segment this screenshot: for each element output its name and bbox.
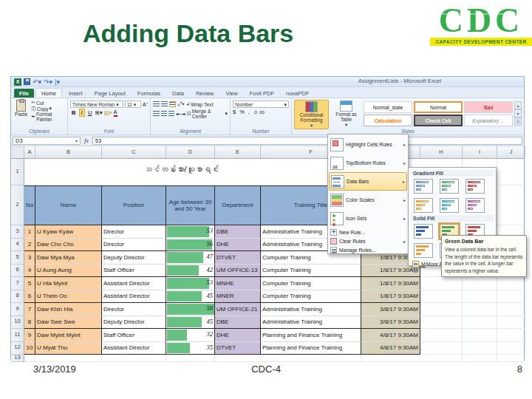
align-bottom-icon[interactable] <box>169 101 176 107</box>
cell-empty[interactable] <box>497 290 525 304</box>
cell-empty[interactable] <box>420 303 463 316</box>
cell-name[interactable]: U Aung Aung <box>35 265 102 278</box>
header-name[interactable]: Name <box>35 185 102 225</box>
gallery-down-icon[interactable]: ▾ <box>514 109 522 117</box>
row-number[interactable]: 11 <box>11 329 24 342</box>
cell-no[interactable]: 4 <box>24 265 35 278</box>
cell-empty[interactable] <box>497 316 525 330</box>
tab-review[interactable]: Review <box>191 89 219 98</box>
bold-button[interactable]: B <box>70 109 78 116</box>
cell-style-checkcell[interactable]: Check Cell <box>414 115 463 126</box>
cell-style-bad[interactable]: Bad <box>464 101 513 113</box>
cell-empty[interactable] <box>497 185 525 225</box>
cell-age[interactable]: 45 <box>166 316 215 330</box>
menu-item-color-scales[interactable]: Color Scales▸ <box>329 191 407 209</box>
cell-age[interactable]: 58 <box>166 303 215 316</box>
indent-icons[interactable]: ⇤⇥ <box>176 111 185 117</box>
number-format-select[interactable]: Number ▾ <box>233 100 289 108</box>
cut-button[interactable]: ✂ Cut <box>31 100 65 106</box>
cell-department[interactable]: DTVET <box>215 342 261 355</box>
cell-empty[interactable] <box>420 329 463 342</box>
cell-department[interactable]: DHE <box>215 239 261 252</box>
row-number[interactable]: 12 <box>11 342 24 355</box>
cell-position[interactable]: Deputy Director <box>102 251 166 265</box>
cell-position[interactable]: Staff Officer <box>102 329 166 342</box>
gallery-more-icon[interactable]: ☰ <box>514 117 522 126</box>
tab-formulas[interactable]: Formulas <box>132 89 166 98</box>
cell-department[interactable]: UM OFFICE-13 <box>215 265 261 278</box>
cell-date[interactable]: 1/8/17 9:30AM <box>361 277 420 290</box>
gradient-data-bar-option[interactable] <box>440 198 459 213</box>
formula-input[interactable]: 53 <box>92 137 522 145</box>
font-name-select[interactable]: Times New Roman ▾ <box>70 100 123 108</box>
cell-department[interactable]: MNER <box>215 290 261 304</box>
menu-item-icon-sets[interactable]: Icon Sets▸ <box>329 209 407 228</box>
wrap-text-button[interactable]: ↲ Wrap Text <box>185 101 213 107</box>
cell-empty[interactable] <box>24 355 35 362</box>
cell-position[interactable]: Deputy Director <box>102 316 166 330</box>
merge-center-button[interactable]: ⊡ Merge & Center ▾ <box>187 109 228 119</box>
cell-empty[interactable] <box>463 290 497 304</box>
cell-name[interactable]: Daw Khin Hla <box>35 303 102 316</box>
cell-name[interactable]: Daw Swe Swe <box>35 316 102 330</box>
cell-position[interactable]: Assistant Director <box>102 277 166 290</box>
gradient-data-bar-option[interactable] <box>414 179 433 194</box>
cell-empty[interactable] <box>215 355 261 362</box>
header-no[interactable]: No <box>24 185 35 225</box>
cell-age[interactable]: 32 <box>166 329 215 342</box>
row-number[interactable]: 4 <box>11 239 24 252</box>
gradient-data-bar-option[interactable] <box>466 198 485 213</box>
cell-age[interactable]: 42 <box>166 265 215 278</box>
row-number[interactable]: 9 <box>11 303 24 316</box>
cell-position[interactable]: Assistant Director <box>102 290 166 304</box>
cell-name[interactable]: U Kyaw Kyaw <box>35 225 102 239</box>
qat-customize-icon[interactable]: |▾ <box>55 78 60 86</box>
cell-no[interactable]: 7 <box>24 303 35 316</box>
row-number[interactable]: 5 <box>11 251 24 265</box>
percent-format-button[interactable]: % <box>239 109 245 115</box>
cell-no[interactable]: 9 <box>24 329 35 342</box>
cell-empty[interactable] <box>497 303 525 316</box>
align-center-icon[interactable] <box>161 111 167 117</box>
cell-date[interactable]: 4/8/17 9:30AM <box>361 342 420 355</box>
cell-empty[interactable] <box>420 342 463 355</box>
cell-department[interactable]: DTVET <box>215 251 261 265</box>
cell-empty[interactable] <box>361 355 420 362</box>
cell-name[interactable]: U Myat Thu <box>35 342 102 355</box>
align-left-icon[interactable] <box>153 111 159 117</box>
row-number[interactable]: 7 <box>11 277 24 290</box>
italic-button[interactable]: I <box>79 109 85 117</box>
header-department[interactable]: Department <box>215 185 261 225</box>
copy-button[interactable]: ◫ Copy ▾ <box>31 106 65 112</box>
cell-empty[interactable] <box>420 277 463 290</box>
cell-training[interactable]: Planning and Finance Training <box>261 329 361 342</box>
grow-font-icon[interactable]: Aˇ <box>143 101 149 108</box>
solid-data-bar-option[interactable] <box>414 224 433 239</box>
column-header-J[interactable]: J <box>497 146 525 158</box>
cell-no[interactable]: 10 <box>24 342 35 355</box>
cell-department[interactable]: DBE <box>215 225 261 239</box>
undo-icon[interactable]: ↶▾ <box>33 78 41 86</box>
row-number[interactable]: 13 <box>11 355 24 362</box>
gradient-data-bar-option[interactable] <box>466 179 485 194</box>
paste-button[interactable]: Paste <box>13 100 29 125</box>
cell-empty[interactable] <box>497 159 525 185</box>
cell-no[interactable]: 3 <box>24 251 35 265</box>
cell-no[interactable]: 5 <box>24 277 35 290</box>
cell-age[interactable]: 56 <box>166 239 215 252</box>
gradient-data-bar-option[interactable] <box>440 179 459 194</box>
decimal-buttons[interactable]: .0 .00 <box>253 110 265 115</box>
cell-age[interactable]: 47 <box>166 251 215 265</box>
cell-date[interactable]: 1/8/17 9:30AM <box>361 290 420 304</box>
cell-empty[interactable] <box>463 277 497 290</box>
gradient-data-bar-option[interactable] <box>414 198 433 213</box>
cell-name[interactable]: Daw Cho Cho <box>35 239 102 252</box>
cell-no[interactable]: 6 <box>24 290 35 304</box>
cell-empty[interactable] <box>463 316 497 330</box>
cell-empty[interactable] <box>463 342 497 355</box>
cell-empty[interactable] <box>497 329 525 342</box>
cell-position[interactable]: Director <box>102 225 166 239</box>
cell-age[interactable]: 45 <box>166 290 215 304</box>
align-middle-icon[interactable] <box>161 101 168 107</box>
format-painter-button[interactable]: ✒ Format Painter <box>31 112 65 122</box>
